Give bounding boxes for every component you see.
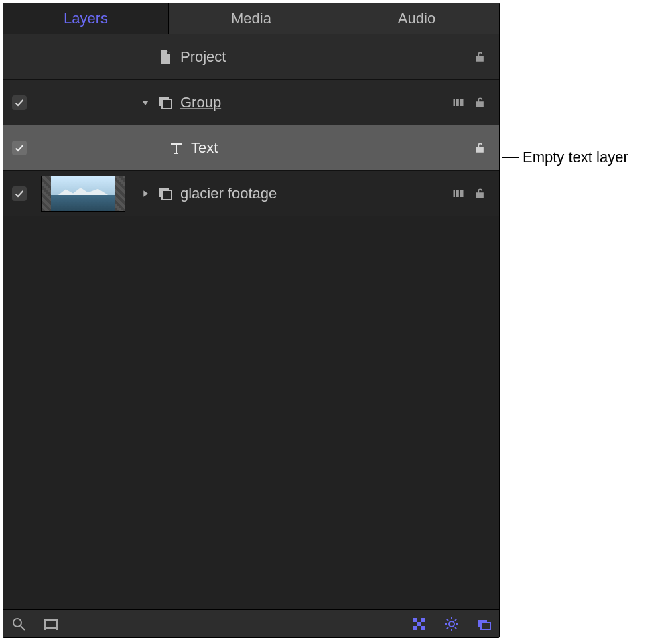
unlock-icon[interactable] <box>472 50 487 64</box>
row-label: Group <box>180 94 451 111</box>
row-project[interactable]: Project <box>3 34 499 80</box>
svg-rect-5 <box>460 99 464 106</box>
row-label: glacier footage <box>180 185 451 202</box>
svg-rect-11 <box>460 190 464 197</box>
row-trailing <box>472 141 499 155</box>
svg-rect-3 <box>454 99 456 106</box>
callout-line <box>502 157 519 158</box>
tags-icon[interactable] <box>451 186 466 201</box>
row-text[interactable]: Text <box>3 125 499 171</box>
row-clip[interactable]: glacier footage <box>3 171 499 216</box>
visibility-checkbox[interactable] <box>12 186 27 201</box>
tabbar: Layers Media Audio <box>3 3 499 34</box>
stack-icon <box>156 184 175 203</box>
svg-rect-24 <box>481 623 490 629</box>
callout: Empty text layer <box>502 149 628 166</box>
svg-rect-2 <box>162 99 172 109</box>
disclosure-triangle-open[interactable] <box>137 94 153 111</box>
gear-icon[interactable] <box>443 615 460 633</box>
svg-rect-21 <box>421 626 425 630</box>
tags-icon[interactable] <box>451 95 466 110</box>
row-trailing <box>451 186 499 201</box>
svg-rect-14 <box>45 620 57 628</box>
thumb-placeholder <box>36 34 131 80</box>
layer-rows: Project Group <box>3 34 499 609</box>
visibility-checkbox[interactable] <box>12 95 27 110</box>
svg-rect-19 <box>417 622 421 626</box>
svg-rect-8 <box>162 190 172 200</box>
row-label: Text <box>191 139 472 157</box>
svg-marker-0 <box>142 101 148 105</box>
row-trailing <box>472 50 499 64</box>
svg-rect-17 <box>413 618 417 622</box>
svg-rect-18 <box>421 618 425 622</box>
tab-audio[interactable]: Audio <box>334 3 499 34</box>
windows-icon[interactable] <box>475 615 492 633</box>
callout-text: Empty text layer <box>523 149 628 166</box>
svg-rect-9 <box>454 190 456 197</box>
text-icon <box>167 139 186 157</box>
svg-point-22 <box>449 621 454 627</box>
tab-layers[interactable]: Layers <box>3 3 169 34</box>
unlock-icon[interactable] <box>472 95 487 110</box>
document-icon <box>156 48 175 66</box>
svg-line-13 <box>21 626 25 630</box>
frame-icon[interactable] <box>42 615 60 633</box>
search-icon[interactable] <box>10 615 27 633</box>
svg-rect-20 <box>413 626 417 630</box>
thumb-placeholder <box>36 125 131 171</box>
svg-rect-4 <box>456 99 459 106</box>
visibility-checkbox[interactable] <box>12 141 27 155</box>
svg-rect-10 <box>456 190 459 197</box>
svg-point-12 <box>13 619 21 627</box>
clip-thumbnail[interactable] <box>36 171 131 216</box>
checker-icon[interactable] <box>411 615 428 633</box>
thumb-placeholder <box>36 80 131 125</box>
row-trailing <box>451 95 499 110</box>
svg-marker-6 <box>143 190 148 196</box>
indent-spacer <box>137 140 164 156</box>
unlock-icon[interactable] <box>472 186 487 201</box>
thumbnail-image <box>41 176 125 212</box>
row-group[interactable]: Group <box>3 80 499 125</box>
stack-icon <box>156 93 175 112</box>
row-label: Project <box>180 48 472 66</box>
layers-panel: Layers Media Audio Project <box>3 3 500 638</box>
panel-footer <box>3 609 499 637</box>
unlock-icon[interactable] <box>472 141 487 155</box>
tab-media[interactable]: Media <box>169 3 334 34</box>
disclosure-triangle-closed[interactable] <box>137 186 153 202</box>
